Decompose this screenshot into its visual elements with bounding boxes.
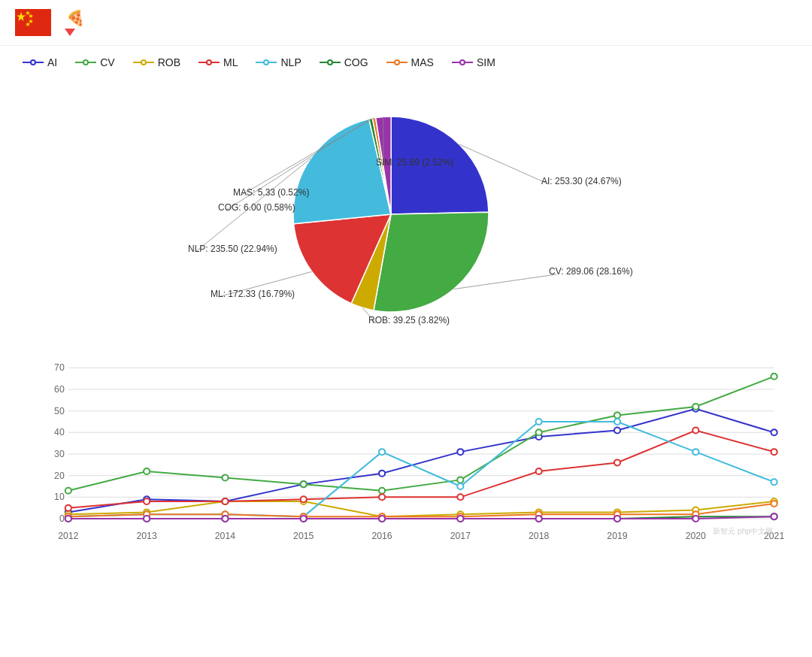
dot-nlp-5[interactable] <box>457 483 463 489</box>
dot-cv-4[interactable] <box>379 488 385 494</box>
university-name: 🍕 <box>60 9 752 27</box>
x-label-2013: 2013 <box>137 531 157 541</box>
dot-ai-5[interactable] <box>457 449 463 455</box>
dot-ml-7[interactable] <box>614 459 620 465</box>
y-label-70: 70 <box>54 362 65 373</box>
x-label-2019: 2019 <box>607 531 627 541</box>
x-label-2015: 2015 <box>293 531 314 541</box>
legend-item-ml[interactable]: ML <box>198 56 238 68</box>
x-label-2014: 2014 <box>215 531 235 541</box>
dot-sim-4[interactable] <box>379 516 385 522</box>
dot-cv-6[interactable] <box>536 429 542 435</box>
dot-nlp-4[interactable] <box>379 449 385 455</box>
legend-item-rob[interactable]: ROB <box>133 56 180 68</box>
line-series-mas <box>68 504 774 516</box>
dot-cv-9[interactable] <box>771 374 777 380</box>
dot-ml-4[interactable] <box>379 494 385 500</box>
y-label-40: 40 <box>54 427 65 437</box>
dot-ml-6[interactable] <box>536 468 542 474</box>
dot-sim-3[interactable] <box>301 516 307 522</box>
y-label-0: 0 <box>59 513 65 524</box>
legend-item-cv[interactable]: CV <box>75 56 114 68</box>
legend-label-rob: ROB <box>158 56 180 68</box>
dot-ai-9[interactable] <box>771 429 777 435</box>
line-series-nlp <box>68 422 774 516</box>
dot-sim-6[interactable] <box>536 516 542 522</box>
dot-ml-9[interactable] <box>771 449 777 455</box>
dot-cv-8[interactable] <box>692 404 698 410</box>
pie-label-cog: COG: 6.00 (0.58%) <box>218 202 295 213</box>
university-info: 🍕 <box>60 9 752 36</box>
legend-label-cog: COG <box>344 56 368 68</box>
dot-nlp-6[interactable] <box>536 419 542 425</box>
china-flag <box>15 9 51 36</box>
legend-item-nlp[interactable]: NLP <box>256 56 301 68</box>
dot-ml-1[interactable] <box>144 498 150 504</box>
legend-label-nlp: NLP <box>280 56 301 68</box>
dot-cv-1[interactable] <box>144 468 150 474</box>
dot-nlp-9[interactable] <box>771 479 777 485</box>
pie-section: AI: 253.30 (24.67%)CV: 289.06 (28.16%)RO… <box>0 79 812 342</box>
x-label-2012: 2012 <box>58 531 78 541</box>
dot-cv-2[interactable] <box>222 475 228 481</box>
pie-label-rob: ROB: 39.25 (3.82%) <box>368 315 450 325</box>
y-label-50: 50 <box>54 406 65 416</box>
svg-line-7 <box>454 274 556 289</box>
dot-cv-3[interactable] <box>301 481 307 487</box>
legend: AI CV ROB ML NLP COG MAS SIM <box>0 46 812 79</box>
dot-cv-7[interactable] <box>614 412 620 418</box>
line-chart-section: 0102030405060702012201320142015201620172… <box>0 342 812 563</box>
watermark: 新智元 php中文网 <box>713 527 773 535</box>
pie-label-cv: CV: 289.06 (28.16%) <box>549 266 633 277</box>
dot-nlp-7[interactable] <box>614 419 620 425</box>
pie-label-ml: ML: 172.33 (16.79%) <box>211 289 295 299</box>
y-label-30: 30 <box>54 449 65 459</box>
header: 🍕 <box>0 0 812 46</box>
dot-ml-0[interactable] <box>65 505 71 511</box>
y-label-10: 10 <box>54 492 65 502</box>
pie-segment-cv[interactable] <box>374 212 489 312</box>
dot-cv-5[interactable] <box>457 477 463 483</box>
dot-nlp-8[interactable] <box>692 449 698 455</box>
dot-sim-9[interactable] <box>771 513 777 519</box>
legend-item-sim[interactable]: SIM <box>452 56 495 68</box>
dot-ml-8[interactable] <box>692 427 698 433</box>
legend-item-ai[interactable]: AI <box>23 56 57 68</box>
dot-ml-5[interactable] <box>457 494 463 500</box>
dot-sim-1[interactable] <box>144 516 150 522</box>
legend-label-ml: ML <box>223 56 238 68</box>
pie-chart: AI: 253.30 (24.67%)CV: 289.06 (28.16%)RO… <box>165 86 647 342</box>
y-label-60: 60 <box>54 384 65 395</box>
x-label-2018: 2018 <box>529 531 549 541</box>
x-label-2017: 2017 <box>450 531 471 541</box>
legend-label-ai: AI <box>47 56 57 68</box>
x-label-2020: 2020 <box>686 531 706 541</box>
legend-label-mas: MAS <box>411 56 434 68</box>
dot-ml-3[interactable] <box>301 496 307 502</box>
dot-sim-0[interactable] <box>65 516 71 522</box>
legend-label-sim: SIM <box>477 56 495 68</box>
pie-label-nlp: NLP: 235.50 (22.94%) <box>188 244 277 254</box>
authors-row <box>60 29 752 36</box>
legend-item-cog[interactable]: COG <box>320 56 368 68</box>
pie-label-ai: AI: 253.30 (24.67%) <box>541 176 622 186</box>
legend-item-mas[interactable]: MAS <box>386 56 434 68</box>
pie-icon: 🍕 <box>66 9 85 27</box>
svg-rect-0 <box>15 9 51 36</box>
dot-sim-8[interactable] <box>692 516 698 522</box>
pie-label-sim: SIM: 25.89 (2.52%) <box>376 157 453 168</box>
x-label-2016: 2016 <box>371 531 392 541</box>
dot-ai-4[interactable] <box>379 471 385 477</box>
dropdown-arrow-icon[interactable] <box>65 29 75 36</box>
y-label-20: 20 <box>54 471 65 481</box>
dot-ml-2[interactable] <box>222 498 228 504</box>
pie-label-mas: MAS: 5.33 (0.52%) <box>233 187 309 198</box>
legend-label-cv: CV <box>100 56 114 68</box>
dot-ai-7[interactable] <box>614 427 620 433</box>
dot-cv-0[interactable] <box>65 488 71 494</box>
dot-sim-5[interactable] <box>457 516 463 522</box>
dot-sim-2[interactable] <box>222 516 228 522</box>
dot-sim-7[interactable] <box>614 516 620 522</box>
dot-mas-9[interactable] <box>771 501 777 507</box>
line-series-cv <box>68 377 774 491</box>
